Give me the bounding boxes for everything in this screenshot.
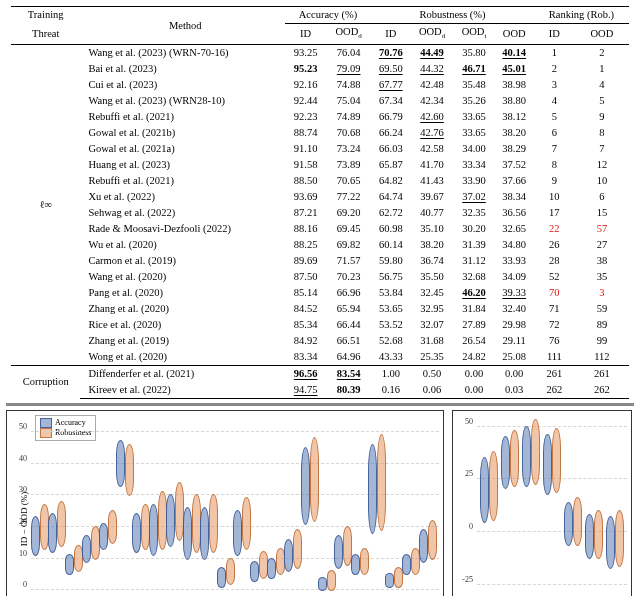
table-row: Wang et al. (2020)87.5070.2356.7535.5032…: [11, 269, 629, 285]
method-cell: Kireev et al. (2022): [80, 382, 285, 399]
violin: [573, 497, 582, 545]
hdr-rob-id: ID: [371, 24, 410, 45]
method-cell: Gowal et al. (2021b): [80, 125, 285, 141]
violin: [48, 513, 57, 553]
table-row: Zhang et al. (2019)84.9266.5152.6831.682…: [11, 333, 629, 349]
table-row: Huang et al. (2023)91.5873.8965.8741.703…: [11, 157, 629, 173]
violin: [543, 434, 552, 495]
violin: [615, 510, 624, 567]
violin: [284, 539, 293, 573]
violin: [108, 510, 117, 544]
violin: [419, 529, 428, 563]
table-row: Kireev et al. (2022)94.7580.390.160.060.…: [11, 382, 629, 399]
table-row: ℓ∞Wang et al. (2023) (WRN-70-16)93.2576.…: [11, 45, 629, 62]
method-cell: Zhang et al. (2019): [80, 333, 285, 349]
method-cell: Rade & Moosavi-Dezfooli (2022): [80, 221, 285, 237]
method-cell: Rebuffi et al. (2021): [80, 173, 285, 189]
method-cell: Wang et al. (2023) (WRN28-10): [80, 93, 285, 109]
violin: [606, 516, 615, 569]
violin: [82, 535, 91, 562]
violin: [594, 510, 603, 558]
violin: [226, 558, 235, 585]
chart-left: Accuracy Robustness ID − OOD (%) 0102030…: [6, 410, 444, 596]
method-cell: Wu et al. (2020): [80, 237, 285, 253]
hdr-acc: Accuracy (%): [285, 7, 371, 24]
method-cell: Wang et al. (2023) (WRN-70-16): [80, 45, 285, 62]
table-row: Rebuffi et al. (2021)92.2374.8966.7942.6…: [11, 109, 629, 125]
y-tick: -25: [451, 575, 473, 584]
method-cell: Huang et al. (2023): [80, 157, 285, 173]
table-row: Carmon et al. (2019)89.6971.5759.8036.74…: [11, 253, 629, 269]
table-row: Xu et al. (2022)93.6977.2264.7439.6737.0…: [11, 189, 629, 205]
violin: [31, 516, 40, 556]
hdr-rob-oodt: OODt: [454, 24, 495, 45]
method-cell: Xu et al. (2022): [80, 189, 285, 205]
hdr-rob: Robustness (%): [371, 7, 534, 24]
table-row: Zhang et al. (2020)84.5265.9453.6532.953…: [11, 301, 629, 317]
method-cell: Cui et al. (2023): [80, 77, 285, 93]
y-tick: 50: [5, 422, 27, 431]
violin: [318, 577, 327, 592]
method-cell: Wang et al. (2020): [80, 269, 285, 285]
violin: [132, 513, 141, 553]
y-tick: 0: [451, 522, 473, 531]
table-row: Wu et al. (2020)88.2569.8260.1438.2031.3…: [11, 237, 629, 253]
violin: [267, 558, 276, 579]
violin: [166, 494, 175, 547]
hdr-rank: Ranking (Rob.): [534, 7, 629, 24]
results-table: Training Method Accuracy (%) Robustness …: [11, 6, 629, 399]
violin: [310, 437, 319, 521]
violin: [200, 507, 209, 560]
violin: [501, 436, 510, 489]
violin: [377, 434, 386, 531]
chart-right: -2502550 OODtPPGDLPAStAdvReColorℓ∞ℓ2: [452, 410, 632, 596]
table-row: Rade & Moosavi-Dezfooli (2022)88.1669.45…: [11, 221, 629, 237]
method-cell: Bai et al. (2023): [80, 61, 285, 77]
violin: [522, 426, 531, 487]
violin: [183, 507, 192, 560]
violin: [334, 535, 343, 569]
violin: [368, 444, 377, 535]
hdr-rob-ood: OOD: [494, 24, 533, 45]
table-row: Pang et al. (2020)85.1466.9653.8432.4546…: [11, 285, 629, 301]
method-cell: Diffenderfer et al. (2021): [80, 366, 285, 383]
method-cell: Rice et al. (2020): [80, 317, 285, 333]
table-row: Rice et al. (2020)85.3466.4453.5232.0727…: [11, 317, 629, 333]
method-cell: Pang et al. (2020): [80, 285, 285, 301]
hdr-method: Method: [80, 7, 285, 45]
y-tick: 20: [5, 517, 27, 526]
table-row: Gowal et al. (2021b)88.7470.6866.2442.76…: [11, 125, 629, 141]
violin: [564, 502, 573, 546]
violin: [428, 520, 437, 560]
table-row: Sehwag et al. (2022)87.2169.2062.7240.77…: [11, 205, 629, 221]
violin: [360, 548, 369, 575]
hdr-rank-ood: OOD: [575, 24, 629, 45]
table-row: Rebuffi et al. (2021)88.5070.6564.8241.4…: [11, 173, 629, 189]
hdr-rob-oodd: OODd: [411, 24, 454, 45]
hdr-training: Training: [11, 7, 80, 24]
y-tick: 40: [5, 454, 27, 463]
y-tick: 25: [451, 469, 473, 478]
violin: [552, 428, 561, 493]
violin: [402, 554, 411, 575]
section-separator: [6, 403, 634, 406]
y-tick: 30: [5, 485, 27, 494]
violin: [585, 514, 594, 558]
hdr-threat: Threat: [11, 24, 80, 45]
table-row: Wang et al. (2023) (WRN28-10)92.4475.046…: [11, 93, 629, 109]
violin: [242, 497, 251, 550]
violin: [385, 573, 394, 588]
table-row: Cui et al. (2023)92.1674.8867.7742.4835.…: [11, 77, 629, 93]
method-cell: Sehwag et al. (2022): [80, 205, 285, 221]
violin: [65, 554, 74, 575]
violin: [510, 430, 519, 487]
method-cell: Zhang et al. (2020): [80, 301, 285, 317]
y-tick: 50: [451, 417, 473, 426]
y-tick: 10: [5, 549, 27, 558]
table-row: Wong et al. (2020)83.3464.9643.3325.3524…: [11, 349, 629, 366]
violin: [99, 523, 108, 550]
violin: [301, 447, 310, 525]
violin: [250, 561, 259, 582]
method-cell: Carmon et al. (2019): [80, 253, 285, 269]
violin: [209, 494, 218, 553]
